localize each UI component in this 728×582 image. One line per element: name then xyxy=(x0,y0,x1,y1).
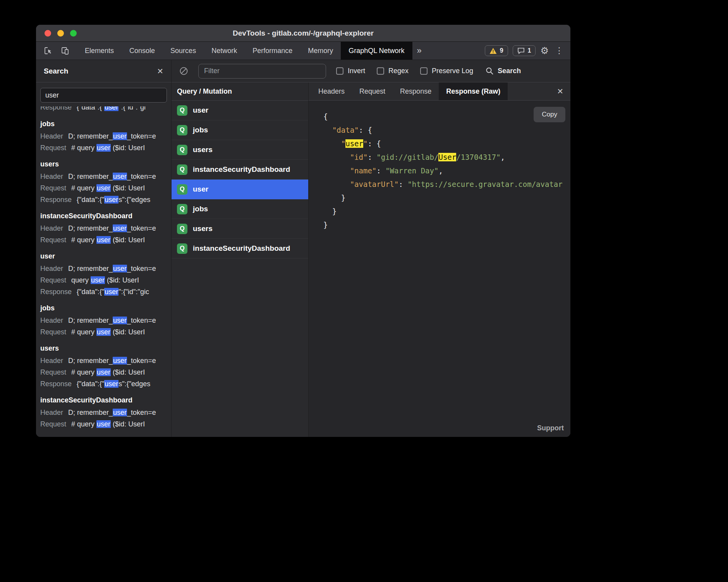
response-panel-close-icon[interactable]: ✕ xyxy=(550,82,570,100)
search-result-line[interactable]: HeaderD; remember_user_token=e xyxy=(40,315,167,326)
query-list-item-users[interactable]: Qusers xyxy=(172,140,308,160)
query-list-item-instancesecuritydashboard[interactable]: QinstanceSecurityDashboard xyxy=(172,239,308,258)
search-result-line[interactable]: HeaderD; remember_user_token=e xyxy=(40,407,167,418)
query-list-item-instancesecuritydashboard[interactable]: QinstanceSecurityDashboard xyxy=(172,160,308,180)
query-list-item-jobs[interactable]: Qjobs xyxy=(172,199,308,219)
result-line-text: D; remember_ xyxy=(68,357,113,365)
json-key: "id" xyxy=(350,153,368,161)
json-key: " xyxy=(363,139,367,148)
query-list-item-users[interactable]: Qusers xyxy=(172,219,308,239)
query-list-item-jobs[interactable]: Qjobs xyxy=(172,120,308,140)
inspect-element-icon[interactable] xyxy=(42,45,54,56)
result-line-label: Header xyxy=(40,132,63,140)
devtools-tab-console[interactable]: Console xyxy=(122,42,163,60)
search-result-line[interactable]: Request# query user ($id: UserI xyxy=(40,326,167,338)
tab-request[interactable]: Request xyxy=(352,82,393,100)
tab-response-raw[interactable]: Response (Raw) xyxy=(439,82,508,100)
device-toolbar-icon[interactable] xyxy=(59,45,71,56)
search-result-line[interactable]: Requestquery user ($id: UserI xyxy=(40,274,167,286)
search-result-line[interactable]: Request# query user ($id: UserI xyxy=(40,366,167,378)
search-result-line[interactable]: HeaderD; remember_user_token=e xyxy=(40,223,167,234)
issues-badge[interactable]: 1 xyxy=(513,45,536,56)
search-result-line[interactable]: HeaderD; remember_user_token=e xyxy=(40,355,167,366)
close-window-button[interactable] xyxy=(45,30,51,36)
result-line-text: {"data":{" xyxy=(77,106,104,111)
checkbox-label: Regex xyxy=(388,67,409,75)
search-result-group-title: users xyxy=(40,157,167,171)
search-match-highlight: user xyxy=(96,420,111,428)
search-panel-close-icon[interactable]: ✕ xyxy=(157,67,163,76)
checkbox-preserve-log[interactable]: Preserve Log xyxy=(420,67,473,75)
devtools-tab-memory[interactable]: Memory xyxy=(300,42,341,60)
devtools-tab-sources[interactable]: Sources xyxy=(163,42,204,60)
search-result-line[interactable]: Response{"data":{"user":{"id":"gi xyxy=(40,106,167,113)
clipped-result-row: Response{"data":{"user":{"id":"gi xyxy=(40,106,167,113)
minimize-window-button[interactable] xyxy=(57,30,64,36)
devtools-tab-elements[interactable]: Elements xyxy=(77,42,122,60)
query-list-item-user[interactable]: Quser xyxy=(172,101,308,120)
result-line-text: query xyxy=(71,276,91,284)
zoom-window-button[interactable] xyxy=(70,30,77,36)
search-result-group-title: user xyxy=(40,250,167,263)
search-result-group-title: instanceSecurityDashboard xyxy=(40,394,167,407)
warnings-badge[interactable]: 9 xyxy=(485,45,508,56)
window-title: DevTools - gitlab.com/-/graphql-explorer xyxy=(233,29,374,38)
copy-button[interactable]: Copy xyxy=(534,107,565,122)
search-result-line[interactable]: Request# query user ($id: UserI xyxy=(40,234,167,246)
kebab-menu-icon[interactable]: ⋮ xyxy=(553,46,565,55)
json-viewer: { "data": { "user": { "id": "gid://gitla… xyxy=(323,110,570,232)
response-body: Copy { "data": { "user": { "id": "gid://… xyxy=(309,101,570,437)
search-result-line[interactable]: HeaderD; remember_user_token=e xyxy=(40,171,167,182)
checkbox-invert[interactable]: Invert xyxy=(336,67,365,75)
checkbox-box[interactable] xyxy=(336,67,343,75)
devtools-tab-graphql-network[interactable]: GraphQL Network xyxy=(341,42,412,60)
more-tabs-chevron[interactable]: » xyxy=(412,42,426,60)
devtools-tabs: ElementsConsoleSourcesNetworkPerformance… xyxy=(77,42,412,60)
search-result-line[interactable]: Request# query user ($id: UserI xyxy=(40,182,167,194)
tab-response[interactable]: Response xyxy=(393,82,439,100)
result-line-text: # query xyxy=(71,184,96,192)
query-type-badge: Q xyxy=(177,224,187,234)
result-line-text: _token=e xyxy=(127,265,156,272)
search-result-line[interactable]: Response{"data":{"users":{"edges xyxy=(40,378,167,390)
traffic-lights xyxy=(45,30,77,36)
search-result-line[interactable]: HeaderD; remember_user_token=e xyxy=(40,130,167,142)
search-result-line[interactable]: Response{"data":{"users":{"edges xyxy=(40,194,167,205)
result-line-text: ($id: UserI xyxy=(111,236,145,244)
result-line-label: Header xyxy=(40,317,63,324)
query-item-label: instanceSecurityDashboard xyxy=(193,165,290,174)
result-line-text: _token=e xyxy=(127,224,156,232)
query-type-badge: Q xyxy=(177,243,187,254)
search-result-line[interactable]: HeaderD; remember_user_token=e xyxy=(40,263,167,274)
devtools-toolbar: ElementsConsoleSourcesNetworkPerformance… xyxy=(36,42,570,60)
checkbox-regex[interactable]: Regex xyxy=(377,67,409,75)
json-line: "avatarUrl": "https://secure.gravatar.co… xyxy=(323,178,570,191)
devtools-tab-network[interactable]: Network xyxy=(204,42,245,60)
json-value: "gid://gitlab/ xyxy=(376,153,438,161)
network-inner: Query / Mutation QuserQjobsQusersQinstan… xyxy=(172,82,570,437)
block-icon[interactable] xyxy=(179,67,188,75)
search-input[interactable] xyxy=(40,88,167,103)
tab-headers[interactable]: Headers xyxy=(311,82,352,100)
settings-gear-icon[interactable]: ⚙ xyxy=(540,46,549,55)
search-results: Response{"data":{"user":{"id":"gijobsHea… xyxy=(36,106,171,437)
checkbox-box[interactable] xyxy=(420,67,428,75)
search-result-line[interactable]: Request# query user ($id: UserI xyxy=(40,418,167,430)
search-result-line[interactable]: Response{"data":{"user":{"id":"gic xyxy=(40,286,167,298)
search-match-highlight: user xyxy=(113,317,127,324)
devtools-tab-performance[interactable]: Performance xyxy=(245,42,300,60)
result-line-label: Request xyxy=(40,328,66,336)
support-link[interactable]: Support xyxy=(537,424,564,432)
search-match-highlight: user xyxy=(96,368,111,376)
search-match-highlight: user xyxy=(96,236,111,244)
filter-input[interactable] xyxy=(198,64,326,79)
result-line-label: Header xyxy=(40,265,63,272)
search-result-line[interactable]: Request# query user ($id: UserI xyxy=(40,142,167,154)
toolbar-right: 9 1 ⚙ ⋮ xyxy=(485,42,570,60)
filter-search[interactable]: Search xyxy=(486,67,521,75)
search-input-wrap xyxy=(36,82,171,106)
query-type-badge: Q xyxy=(177,204,187,214)
query-list-item-user[interactable]: Quser xyxy=(172,180,308,199)
checkbox-box[interactable] xyxy=(377,67,384,75)
query-item-label: jobs xyxy=(193,205,208,213)
